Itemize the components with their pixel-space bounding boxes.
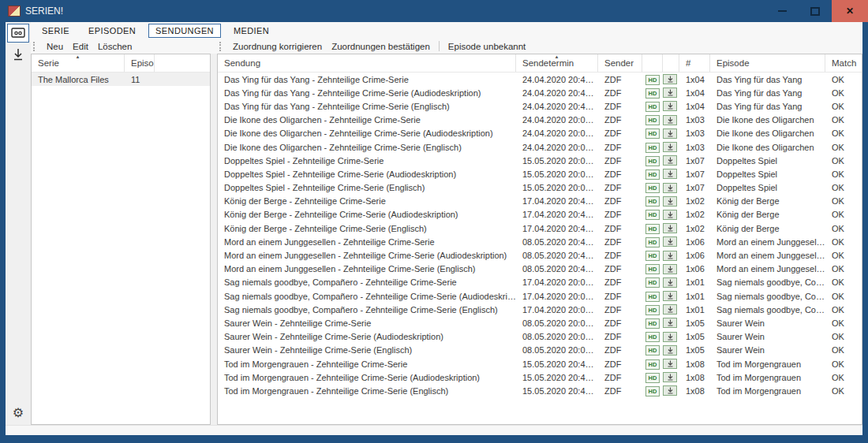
download-icon[interactable] bbox=[663, 142, 677, 152]
download-icon[interactable] bbox=[663, 251, 677, 261]
tv-rail-button[interactable] bbox=[7, 24, 29, 43]
table-row[interactable]: Saurer Wein - Zehnteilige Crime-Serie 08… bbox=[218, 316, 862, 329]
table-row[interactable]: Sag niemals goodbye, Compañero - Zehntei… bbox=[218, 303, 862, 316]
cell-episode: Tod im Morgengrauen bbox=[710, 373, 825, 382]
cell-sendung: Die Ikone des Oligarchen - Zehnteilige C… bbox=[218, 128, 516, 138]
tab-serie[interactable]: SERIE bbox=[36, 24, 76, 37]
table-row[interactable]: König der Berge - Zehnteilige Crime-Seri… bbox=[218, 195, 862, 208]
tab-episoden[interactable]: EPISODEN bbox=[82, 24, 142, 37]
cell-episode: Mord an einem Junggesellen bbox=[710, 237, 825, 247]
download-icon[interactable] bbox=[663, 115, 677, 125]
cell-episode: Sag niemals goodbye, Compañero bbox=[710, 305, 825, 315]
download-icon[interactable] bbox=[663, 372, 677, 382]
cell-sendung: König der Berge - Zehnteilige Crime-Seri… bbox=[218, 224, 516, 233]
table-row[interactable]: Tod im Morgengrauen - Zehnteilige Crime-… bbox=[218, 370, 862, 384]
cell-sendetermin: 17.04.2020 20:45 (… bbox=[516, 224, 598, 233]
cell-sendetermin: 17.04.2020 20:00 (… bbox=[516, 277, 598, 287]
column-header-number[interactable]: # bbox=[679, 54, 710, 72]
download-icon[interactable] bbox=[663, 277, 677, 288]
cell-episode: Saurer Wein bbox=[710, 318, 825, 328]
table-row[interactable]: Die Ikone des Oligarchen - Zehnteilige C… bbox=[218, 114, 862, 127]
download-icon[interactable] bbox=[663, 291, 677, 301]
column-header-sendetermin[interactable]: Sendetermin ▲ bbox=[516, 54, 598, 72]
close-button[interactable]: ✕ bbox=[832, 0, 868, 22]
column-header-hd[interactable] bbox=[642, 54, 663, 72]
series-list-row[interactable]: The Mallorca Files 11 bbox=[32, 73, 210, 86]
column-header-serie[interactable]: Serie ▲ bbox=[32, 54, 125, 72]
cell-match: OK bbox=[825, 115, 862, 125]
toolbar-grip[interactable] bbox=[219, 42, 223, 51]
cell-match: OK bbox=[825, 332, 862, 341]
cell-sendetermin: 17.04.2020 20:45 (… bbox=[516, 210, 598, 219]
table-row[interactable]: Doppeltes Spiel - Zehnteilige Crime-Seri… bbox=[218, 167, 862, 181]
cell-sendetermin: 17.04.2020 20:45 (… bbox=[516, 196, 598, 206]
download-icon[interactable] bbox=[663, 128, 677, 139]
download-icon[interactable] bbox=[663, 169, 677, 179]
download-icon[interactable] bbox=[663, 236, 677, 247]
tab-medien[interactable]: MEDIEN bbox=[227, 24, 275, 37]
table-row[interactable]: Mord an einem Junggesellen - Zehnteilige… bbox=[218, 235, 862, 248]
hd-icon: HD bbox=[645, 386, 660, 396]
tab-sendungen[interactable]: SENDUNGEN bbox=[148, 24, 221, 38]
column-header-sendung[interactable]: Sendung bbox=[218, 54, 516, 72]
episode-unbekannt-button[interactable]: Episode unbekannt bbox=[443, 41, 530, 52]
zuordnung-korrigieren-button[interactable]: Zuordnung korrigieren bbox=[228, 41, 327, 52]
table-row[interactable]: Das Ying für das Yang - Zehnteilige Crim… bbox=[218, 99, 862, 113]
maximize-button[interactable] bbox=[799, 0, 832, 22]
table-row[interactable]: Mord an einem Junggesellen - Zehnteilige… bbox=[218, 248, 862, 262]
table-row[interactable]: Tod im Morgengrauen - Zehnteilige Crime-… bbox=[218, 384, 862, 397]
column-header-match[interactable]: Match bbox=[825, 54, 862, 72]
settings-button[interactable]: ⚙ bbox=[13, 405, 24, 420]
column-header-sender[interactable]: Sender bbox=[598, 54, 642, 72]
table-row[interactable]: Tod im Morgengrauen - Zehnteilige Crime-… bbox=[218, 357, 862, 370]
download-icon[interactable] bbox=[663, 183, 677, 193]
cell-episode: König der Berge bbox=[710, 224, 825, 233]
download-rail-button[interactable] bbox=[8, 46, 28, 63]
zuordnungen-bestaetigen-button[interactable]: Zuordnungen bestätigen bbox=[327, 41, 435, 52]
download-icon[interactable] bbox=[663, 332, 677, 342]
table-row[interactable]: Das Ying für das Yang - Zehnteilige Crim… bbox=[218, 86, 862, 99]
download-icon[interactable] bbox=[663, 385, 677, 396]
download-icon[interactable] bbox=[663, 359, 677, 369]
table-row[interactable]: Sag niemals goodbye, Compañero - Zehntei… bbox=[218, 289, 862, 303]
download-icon[interactable] bbox=[663, 345, 677, 356]
download-icon[interactable] bbox=[663, 318, 677, 328]
download-icon[interactable] bbox=[663, 87, 677, 98]
download-icon[interactable] bbox=[663, 74, 677, 84]
table-row[interactable]: Sag niemals goodbye, Compañero - Zehntei… bbox=[218, 276, 862, 289]
download-icon[interactable] bbox=[663, 155, 677, 166]
download-icon[interactable] bbox=[663, 264, 677, 274]
table-row[interactable]: Das Ying für das Yang - Zehnteilige Crim… bbox=[218, 73, 862, 86]
table-row[interactable]: Saurer Wein - Zehnteilige Crime-Serie (A… bbox=[218, 330, 862, 344]
table-row[interactable]: König der Berge - Zehnteilige Crime-Seri… bbox=[218, 222, 862, 235]
cell-sender: ZDF bbox=[598, 196, 642, 206]
table-row[interactable]: Die Ikone des Oligarchen - Zehnteilige C… bbox=[218, 127, 862, 140]
neu-button[interactable]: Neu bbox=[42, 41, 68, 52]
cell-match: OK bbox=[825, 210, 862, 219]
download-icon[interactable] bbox=[663, 210, 677, 220]
cell-sendung: Doppeltes Spiel - Zehnteilige Crime-Seri… bbox=[218, 169, 516, 179]
minimize-button[interactable] bbox=[765, 0, 799, 22]
table-row[interactable]: König der Berge - Zehnteilige Crime-Seri… bbox=[218, 208, 862, 222]
column-header-episode[interactable]: Episode bbox=[710, 54, 825, 72]
hd-icon: HD bbox=[645, 224, 660, 234]
table-row[interactable]: Mord an einem Junggesellen - Zehnteilige… bbox=[218, 262, 862, 276]
cell-sender: ZDF bbox=[598, 292, 642, 301]
toolbar-separator bbox=[439, 41, 440, 51]
column-header-episoden[interactable]: Episo… bbox=[125, 54, 155, 72]
download-icon[interactable] bbox=[663, 223, 677, 233]
table-row[interactable]: Doppeltes Spiel - Zehnteilige Crime-Seri… bbox=[218, 181, 862, 195]
download-icon[interactable] bbox=[663, 101, 677, 111]
cell-sendetermin: 08.05.2020 20:00 (… bbox=[516, 332, 598, 341]
window-title: SERIEN! bbox=[25, 6, 63, 17]
download-icon[interactable] bbox=[663, 196, 677, 207]
column-header-download[interactable] bbox=[663, 54, 679, 72]
table-row[interactable]: Saurer Wein - Zehnteilige Crime-Serie (E… bbox=[218, 344, 862, 357]
toolbar-grip[interactable] bbox=[33, 42, 36, 51]
download-icon[interactable] bbox=[663, 304, 677, 315]
table-row[interactable]: Doppeltes Spiel - Zehnteilige Crime-Seri… bbox=[218, 154, 862, 167]
table-row[interactable]: Die Ikone des Oligarchen - Zehnteilige C… bbox=[218, 140, 862, 154]
cell-episode-number: 1x03 bbox=[679, 115, 710, 125]
edit-button[interactable]: Edit bbox=[68, 41, 93, 52]
loeschen-button[interactable]: Löschen bbox=[93, 41, 137, 52]
